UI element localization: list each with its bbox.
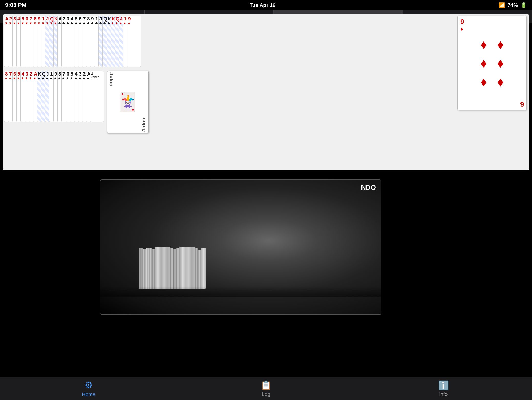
card-row-2: 8♦ 7♦ 6♦ 5♦ 4♦ 3♦ 2♦ A♦ K♠ Q♠ J♠ 10♠ 9♠ … bbox=[4, 71, 149, 133]
nav-info[interactable]: ℹ️ Info bbox=[418, 380, 469, 397]
camera-view: NDO bbox=[100, 179, 381, 315]
card-9d-value-bottom: 6 bbox=[520, 100, 524, 108]
wifi-icon: 📶 bbox=[499, 2, 505, 8]
camera-ground-shadow bbox=[100, 286, 381, 297]
card-9d-body: ♦ ♦ ♦ ♦ ♦ ♦ bbox=[460, 33, 524, 94]
battery-icon: 🔋 bbox=[520, 2, 527, 8]
card-9d-value: 9 bbox=[460, 18, 524, 26]
card-joker-1: J Joker bbox=[90, 71, 104, 122]
nav-home[interactable]: ⚙ Home bbox=[63, 380, 114, 397]
card-9-diamonds-large: 9 ♦ ♦ ♦ ♦ ♦ ♦ ♦ 6 bbox=[457, 16, 527, 110]
camera-card-stack bbox=[139, 247, 206, 289]
home-label: Home bbox=[82, 392, 95, 397]
card-joker-big: Joker 🃏 Joker bbox=[107, 71, 149, 133]
joker-illustration: 🃏 bbox=[116, 92, 139, 113]
status-date: Tue Apr 16 bbox=[250, 2, 275, 8]
status-time: 9:03 PM bbox=[5, 2, 26, 8]
status-icons: 📶 74% 🔋 bbox=[499, 2, 527, 8]
status-bar: 9:03 PM Tue Apr 16 📶 74% 🔋 bbox=[0, 0, 532, 10]
camera-label: NDO bbox=[361, 184, 376, 192]
log-label: Log bbox=[262, 391, 270, 397]
camera-surface-line bbox=[100, 290, 381, 290]
bottom-nav: ⚙ Home 📋 Log ℹ️ Info bbox=[0, 377, 532, 400]
stacked-face-cards bbox=[404, 16, 455, 67]
info-icon: ℹ️ bbox=[438, 380, 449, 390]
cards-display: A♥ 2♥ 3♥ 4♥ 5♥ 6♥ 7♥ 8♥ 9♥ 10♥ J♥ Q♥ K♥ … bbox=[3, 14, 529, 170]
home-icon: ⚙ bbox=[84, 380, 93, 391]
log-icon: 📋 bbox=[261, 380, 271, 390]
card-9d-suit-top: ♦ bbox=[460, 26, 524, 33]
battery-text: 74% bbox=[508, 2, 518, 8]
card-row-1: A♥ 2♥ 3♥ 4♥ 5♥ 6♥ 7♥ 8♥ 9♥ 10♥ J♥ Q♥ K♥ … bbox=[4, 16, 141, 67]
nav-log[interactable]: 📋 Log bbox=[240, 380, 292, 397]
camera-image bbox=[100, 180, 381, 314]
card-9-diamonds-row1: 9♦ bbox=[127, 16, 141, 67]
info-label: Info bbox=[439, 391, 448, 397]
